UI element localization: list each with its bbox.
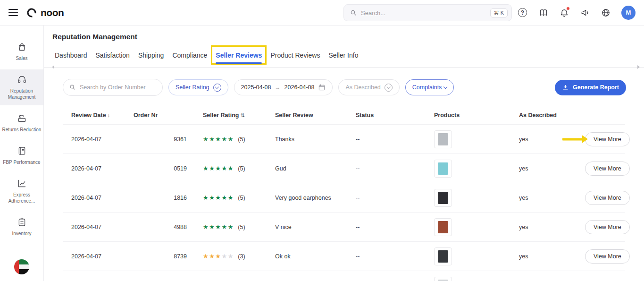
- tab-dashboard[interactable]: Dashboard: [55, 43, 87, 67]
- product-image: [438, 280, 448, 281]
- notifications-button[interactable]: [559, 8, 569, 17]
- product-thumbnail[interactable]: [434, 160, 452, 178]
- tab-bar: Dashboard Satisfaction Shipping Complian…: [44, 43, 644, 67]
- filter-label: Seller Rating: [176, 84, 209, 91]
- filter-bar: Seller Rating 2025-04-08 → 2026-04-08 As…: [63, 79, 626, 96]
- order-number: 0519: [125, 165, 194, 172]
- sidebar-item-reputation-management[interactable]: Reputation Management: [0, 69, 43, 105]
- scroll-right-icon[interactable]: [637, 65, 640, 69]
- status-value: --: [347, 224, 426, 230]
- sidebar-item-label: FBP Performance: [3, 159, 40, 165]
- rating-value: (5): [238, 195, 245, 201]
- products-cell: [426, 130, 510, 148]
- review-date: 2026-04-07: [63, 136, 125, 143]
- action-cell: View More: [577, 220, 641, 234]
- tab-product-reviews[interactable]: Product Reviews: [270, 43, 320, 67]
- order-search-input[interactable]: [63, 79, 163, 96]
- as-described-value: yes: [510, 253, 577, 260]
- help-button[interactable]: ?: [518, 8, 527, 17]
- tab-satisfaction[interactable]: Satisfaction: [96, 43, 130, 67]
- arrow-right-icon: →: [275, 84, 281, 91]
- product-thumbnail[interactable]: [434, 277, 452, 281]
- noon-logo-icon: [26, 7, 37, 18]
- sidebar-item-label: Sales: [16, 55, 27, 61]
- noon-logo[interactable]: noon: [26, 7, 64, 18]
- view-more-button[interactable]: View More: [585, 191, 630, 205]
- table-row: [63, 271, 625, 281]
- seller-review-text: Thanks: [267, 136, 347, 143]
- product-thumbnail[interactable]: [434, 247, 452, 265]
- headset-icon: [17, 75, 27, 85]
- sidebar-item-returns-reduction[interactable]: Returns Reduction: [0, 108, 43, 138]
- scroll-left-icon[interactable]: [52, 65, 54, 69]
- megaphone-icon: [580, 8, 590, 17]
- sidebar-item-inventory[interactable]: Inventory: [0, 212, 43, 242]
- product-image: [438, 192, 448, 204]
- review-date: 2026-04-07: [63, 224, 125, 230]
- action-cell: View More: [577, 162, 641, 176]
- seller-rating-cell: ★★★★★ (5): [194, 136, 267, 143]
- rating-value: (5): [238, 136, 245, 143]
- language-globe-icon: [601, 8, 611, 17]
- as-described-value: yes: [510, 224, 577, 230]
- user-avatar[interactable]: M: [621, 6, 636, 20]
- sort-both-icon: ⇅: [240, 112, 244, 118]
- help-icon: ?: [518, 8, 527, 17]
- docs-button[interactable]: [538, 8, 548, 17]
- tab-compliance[interactable]: Compliance: [172, 43, 207, 67]
- chevron-down-icon: [385, 84, 393, 92]
- sidebar-item-express-adherence[interactable]: Express Adherence...: [0, 173, 43, 209]
- notification-dot: [566, 7, 570, 10]
- product-image: [438, 133, 448, 145]
- rating-value: (3): [238, 253, 245, 260]
- topbar-icons: ? M: [518, 6, 636, 20]
- seller-rating-cell: ★★★★★ (5): [194, 165, 267, 172]
- announcements-button[interactable]: [580, 8, 590, 17]
- view-more-button[interactable]: View More: [585, 162, 630, 176]
- product-image: [438, 221, 448, 233]
- seller-rating-filter[interactable]: Seller Rating: [168, 79, 228, 95]
- view-more-button[interactable]: View More: [585, 220, 630, 234]
- filter-label: As Described: [345, 84, 380, 91]
- menu-icon[interactable]: [8, 9, 18, 16]
- fbp-performance-icon: [17, 146, 27, 156]
- download-icon: [562, 84, 569, 91]
- country-flag-icon[interactable]: [14, 259, 29, 274]
- column-header-review-date[interactable]: Review Date↓: [63, 112, 125, 119]
- calendar-icon: [318, 84, 326, 91]
- search-input[interactable]: [361, 9, 486, 17]
- language-button[interactable]: [601, 8, 611, 17]
- sidebar-item-sales[interactable]: Sales: [0, 37, 43, 67]
- tab-shipping[interactable]: Shipping: [138, 43, 164, 67]
- product-image: [438, 162, 448, 175]
- generate-report-label: Generate Report: [573, 84, 619, 91]
- tab-seller-reviews[interactable]: Seller Reviews: [216, 43, 262, 67]
- products-cell: [426, 247, 510, 265]
- view-more-button[interactable]: View More: [585, 249, 630, 264]
- as-described-filter[interactable]: As Described: [338, 79, 399, 95]
- date-range-filter[interactable]: 2025-04-08 → 2026-04-08: [234, 79, 333, 95]
- product-thumbnail[interactable]: [434, 189, 452, 207]
- star-rating-icons: ★★★★★: [203, 253, 234, 260]
- generate-report-button[interactable]: Generate Report: [555, 80, 626, 95]
- sidebar-item-fbp-performance[interactable]: FBP Performance: [0, 141, 43, 170]
- product-thumbnail[interactable]: [434, 130, 452, 148]
- tabs-divider: [44, 67, 644, 68]
- tab-seller-info[interactable]: Seller Info: [328, 43, 358, 67]
- status-value: --: [347, 195, 426, 201]
- keyboard-shortcut: ⌘ K: [490, 9, 508, 17]
- product-image: [438, 250, 448, 263]
- annotation-arrow-icon: [562, 138, 582, 140]
- sort-desc-icon: ↓: [108, 112, 110, 118]
- complaints-filter[interactable]: Complaints: [405, 79, 454, 95]
- view-more-button[interactable]: View More: [585, 132, 630, 146]
- book-icon: [539, 8, 548, 17]
- as-described-value: yes: [510, 195, 577, 201]
- returns-icon: [17, 113, 27, 123]
- table-row: 2026-04-07 1816 ★★★★★ (5) Very good earp…: [63, 183, 625, 213]
- product-thumbnail[interactable]: [434, 218, 452, 236]
- seller-review-text: Very good earphones: [267, 195, 347, 201]
- column-header-seller-rating[interactable]: Seller Rating⇅: [194, 112, 267, 119]
- column-header-order-nr: Order Nr: [125, 112, 194, 119]
- action-cell: View More: [577, 191, 641, 205]
